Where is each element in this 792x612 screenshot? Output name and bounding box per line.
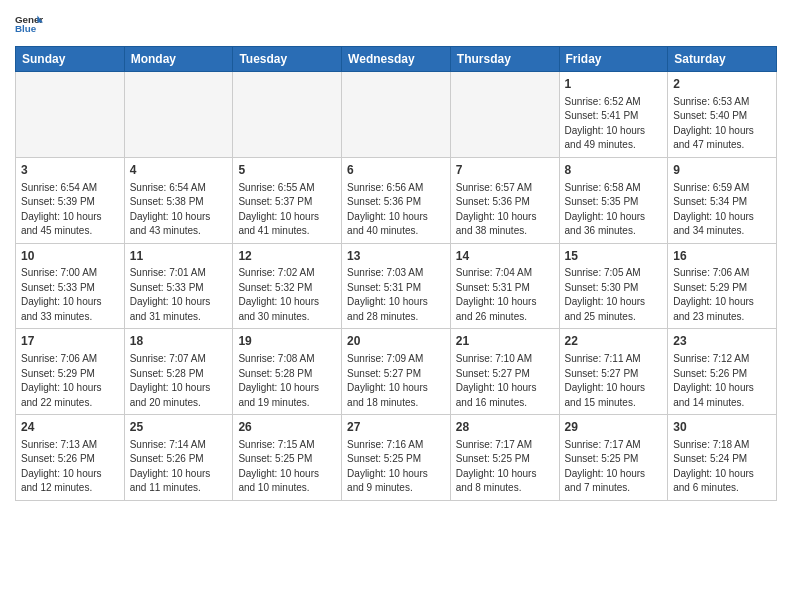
- day-info-text: Daylight: 10 hours: [347, 295, 445, 310]
- day-info-text: Sunset: 5:39 PM: [21, 195, 119, 210]
- day-info-text: Sunrise: 7:08 AM: [238, 352, 336, 367]
- day-info-text: Daylight: 10 hours: [565, 295, 663, 310]
- day-info-text: Sunrise: 7:02 AM: [238, 266, 336, 281]
- calendar-cell: 18Sunrise: 7:07 AMSunset: 5:28 PMDayligh…: [124, 329, 233, 415]
- day-info-text: and 19 minutes.: [238, 396, 336, 411]
- day-info-text: Daylight: 10 hours: [456, 467, 554, 482]
- day-info-text: Daylight: 10 hours: [565, 467, 663, 482]
- calendar-cell: 17Sunrise: 7:06 AMSunset: 5:29 PMDayligh…: [16, 329, 125, 415]
- calendar-cell: 10Sunrise: 7:00 AMSunset: 5:33 PMDayligh…: [16, 243, 125, 329]
- day-number: 2: [673, 76, 771, 93]
- calendar-cell: 2Sunrise: 6:53 AMSunset: 5:40 PMDaylight…: [668, 72, 777, 158]
- day-info-text: and 30 minutes.: [238, 310, 336, 325]
- day-info-text: Sunrise: 7:09 AM: [347, 352, 445, 367]
- day-info-text: and 7 minutes.: [565, 481, 663, 496]
- calendar-week-1: 1Sunrise: 6:52 AMSunset: 5:41 PMDaylight…: [16, 72, 777, 158]
- day-info-text: Sunrise: 7:17 AM: [565, 438, 663, 453]
- day-info-text: Sunrise: 7:00 AM: [21, 266, 119, 281]
- day-number: 18: [130, 333, 228, 350]
- calendar-cell: 3Sunrise: 6:54 AMSunset: 5:39 PMDaylight…: [16, 157, 125, 243]
- calendar-week-2: 3Sunrise: 6:54 AMSunset: 5:39 PMDaylight…: [16, 157, 777, 243]
- day-number: 19: [238, 333, 336, 350]
- calendar-cell: 12Sunrise: 7:02 AMSunset: 5:32 PMDayligh…: [233, 243, 342, 329]
- day-info-text: and 41 minutes.: [238, 224, 336, 239]
- calendar-cell: 5Sunrise: 6:55 AMSunset: 5:37 PMDaylight…: [233, 157, 342, 243]
- day-info-text: Sunset: 5:34 PM: [673, 195, 771, 210]
- day-info-text: Sunset: 5:25 PM: [456, 452, 554, 467]
- day-info-text: Daylight: 10 hours: [347, 467, 445, 482]
- day-number: 28: [456, 419, 554, 436]
- calendar-cell: 21Sunrise: 7:10 AMSunset: 5:27 PMDayligh…: [450, 329, 559, 415]
- day-info-text: Sunrise: 7:03 AM: [347, 266, 445, 281]
- day-info-text: Daylight: 10 hours: [456, 295, 554, 310]
- day-number: 27: [347, 419, 445, 436]
- day-info-text: and 15 minutes.: [565, 396, 663, 411]
- calendar-cell: [342, 72, 451, 158]
- day-info-text: Sunset: 5:36 PM: [456, 195, 554, 210]
- day-info-text: Sunrise: 7:12 AM: [673, 352, 771, 367]
- day-info-text: and 36 minutes.: [565, 224, 663, 239]
- calendar-cell: 29Sunrise: 7:17 AMSunset: 5:25 PMDayligh…: [559, 415, 668, 501]
- day-info-text: Sunset: 5:24 PM: [673, 452, 771, 467]
- calendar-cell: 8Sunrise: 6:58 AMSunset: 5:35 PMDaylight…: [559, 157, 668, 243]
- day-info-text: Sunrise: 6:57 AM: [456, 181, 554, 196]
- logo: General Blue: [15, 10, 47, 38]
- day-info-text: Sunset: 5:26 PM: [673, 367, 771, 382]
- day-info-text: Sunset: 5:27 PM: [347, 367, 445, 382]
- day-info-text: Daylight: 10 hours: [238, 210, 336, 225]
- day-info-text: Daylight: 10 hours: [673, 210, 771, 225]
- day-number: 14: [456, 248, 554, 265]
- calendar-cell: 28Sunrise: 7:17 AMSunset: 5:25 PMDayligh…: [450, 415, 559, 501]
- col-header-saturday: Saturday: [668, 47, 777, 72]
- day-info-text: Sunset: 5:41 PM: [565, 109, 663, 124]
- day-number: 11: [130, 248, 228, 265]
- calendar-cell: 9Sunrise: 6:59 AMSunset: 5:34 PMDaylight…: [668, 157, 777, 243]
- day-info-text: Sunset: 5:29 PM: [21, 367, 119, 382]
- day-info-text: Daylight: 10 hours: [673, 467, 771, 482]
- calendar-cell: 27Sunrise: 7:16 AMSunset: 5:25 PMDayligh…: [342, 415, 451, 501]
- day-info-text: and 34 minutes.: [673, 224, 771, 239]
- day-info-text: and 11 minutes.: [130, 481, 228, 496]
- day-info-text: Daylight: 10 hours: [673, 124, 771, 139]
- day-info-text: Sunrise: 6:59 AM: [673, 181, 771, 196]
- calendar-cell: 30Sunrise: 7:18 AMSunset: 5:24 PMDayligh…: [668, 415, 777, 501]
- calendar-cell: [450, 72, 559, 158]
- day-info-text: and 26 minutes.: [456, 310, 554, 325]
- day-info-text: and 10 minutes.: [238, 481, 336, 496]
- day-info-text: Sunrise: 6:54 AM: [130, 181, 228, 196]
- calendar-cell: 26Sunrise: 7:15 AMSunset: 5:25 PMDayligh…: [233, 415, 342, 501]
- day-info-text: and 40 minutes.: [347, 224, 445, 239]
- day-info-text: Sunrise: 6:56 AM: [347, 181, 445, 196]
- day-number: 20: [347, 333, 445, 350]
- day-number: 8: [565, 162, 663, 179]
- day-number: 29: [565, 419, 663, 436]
- day-info-text: Daylight: 10 hours: [130, 210, 228, 225]
- day-info-text: Sunrise: 7:07 AM: [130, 352, 228, 367]
- day-info-text: Daylight: 10 hours: [565, 124, 663, 139]
- calendar-cell: [233, 72, 342, 158]
- day-info-text: and 20 minutes.: [130, 396, 228, 411]
- day-info-text: Daylight: 10 hours: [21, 381, 119, 396]
- calendar-cell: 25Sunrise: 7:14 AMSunset: 5:26 PMDayligh…: [124, 415, 233, 501]
- day-info-text: Sunrise: 7:18 AM: [673, 438, 771, 453]
- calendar-cell: 1Sunrise: 6:52 AMSunset: 5:41 PMDaylight…: [559, 72, 668, 158]
- day-number: 6: [347, 162, 445, 179]
- day-info-text: Sunset: 5:38 PM: [130, 195, 228, 210]
- day-info-text: Daylight: 10 hours: [21, 295, 119, 310]
- day-info-text: and 33 minutes.: [21, 310, 119, 325]
- day-info-text: Daylight: 10 hours: [347, 381, 445, 396]
- col-header-friday: Friday: [559, 47, 668, 72]
- day-info-text: Sunrise: 7:10 AM: [456, 352, 554, 367]
- day-info-text: Sunset: 5:33 PM: [130, 281, 228, 296]
- day-number: 23: [673, 333, 771, 350]
- day-info-text: Sunset: 5:27 PM: [565, 367, 663, 382]
- day-info-text: Sunset: 5:40 PM: [673, 109, 771, 124]
- day-number: 15: [565, 248, 663, 265]
- day-info-text: Sunset: 5:35 PM: [565, 195, 663, 210]
- day-info-text: and 18 minutes.: [347, 396, 445, 411]
- calendar-cell: 4Sunrise: 6:54 AMSunset: 5:38 PMDaylight…: [124, 157, 233, 243]
- day-info-text: Sunrise: 6:54 AM: [21, 181, 119, 196]
- day-info-text: Daylight: 10 hours: [565, 210, 663, 225]
- col-header-monday: Monday: [124, 47, 233, 72]
- day-info-text: and 8 minutes.: [456, 481, 554, 496]
